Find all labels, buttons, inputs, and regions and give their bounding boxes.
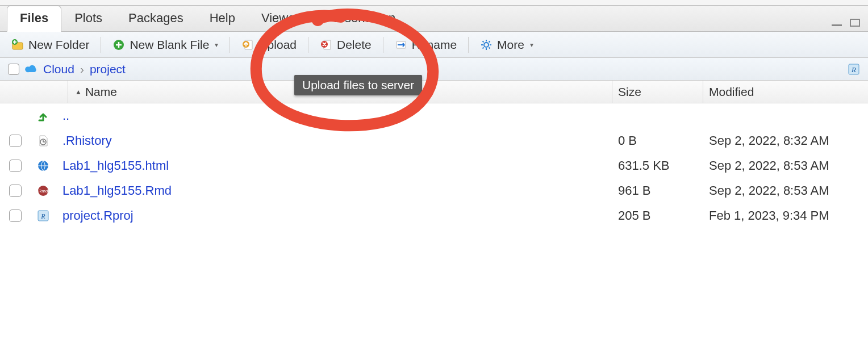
file-list: .. .Rhistory 0 B Sep 2, 2022, 8:32 AM: [0, 103, 868, 228]
file-size: 205 B: [612, 208, 703, 223]
rename-button[interactable]: Rename: [391, 37, 460, 53]
column-header-size[interactable]: Size: [612, 81, 703, 103]
delete-icon: [320, 39, 332, 51]
rename-label: Rename: [412, 38, 457, 52]
rmd-file-icon: Rmd: [37, 185, 49, 197]
file-modified: Sep 2, 2022, 8:53 AM: [703, 183, 868, 198]
file-link[interactable]: Lab1_hlg5155.html: [62, 158, 169, 173]
toolbar-separator: [229, 37, 230, 53]
new-blank-file-button[interactable]: New Blank File ▾: [109, 37, 222, 53]
svg-text:Rmd: Rmd: [39, 188, 48, 194]
pane-window-controls: [831, 18, 861, 28]
row-checkbox[interactable]: [9, 160, 22, 172]
svg-rect-1: [850, 19, 859, 26]
parent-directory-link[interactable]: ..: [62, 108, 69, 123]
dropdown-caret-icon: ▾: [215, 41, 218, 49]
file-size: 631.5 KB: [612, 158, 703, 173]
pane-tab-bar: Files Plots Packages Help Viewer Present…: [0, 6, 868, 32]
dropdown-caret-icon: ▾: [530, 41, 533, 49]
file-link[interactable]: Lab1_hlg5155.Rmd: [62, 183, 172, 198]
delete-button[interactable]: Delete: [316, 37, 375, 53]
breadcrumb-bar: Cloud › project R: [0, 58, 868, 81]
tab-plots[interactable]: Plots: [61, 6, 115, 31]
new-blank-file-label: New Blank File: [130, 38, 209, 52]
file-link[interactable]: project.Rproj: [62, 208, 133, 223]
column-header-name-label: Name: [85, 85, 117, 99]
upload-label: Upload: [258, 38, 297, 52]
file-row: R project.Rproj 205 B Feb 1, 2023, 9:34 …: [0, 203, 868, 228]
history-file-icon: [37, 135, 49, 147]
file-row: .Rhistory 0 B Sep 2, 2022, 8:32 AM: [0, 128, 868, 153]
new-folder-label: New Folder: [28, 38, 89, 52]
row-checkbox[interactable]: [9, 185, 22, 197]
toolbar-separator: [101, 37, 101, 53]
toolbar-separator: [468, 37, 469, 53]
toolbar-separator: [308, 37, 308, 53]
tab-presentation[interactable]: Presentation: [312, 6, 409, 31]
tab-packages[interactable]: Packages: [115, 6, 197, 31]
select-all-checkbox[interactable]: [8, 64, 19, 75]
minimize-pane-icon[interactable]: [831, 18, 843, 28]
file-row: Rmd Lab1_hlg5155.Rmd 961 B Sep 2, 2022, …: [0, 178, 868, 203]
svg-text:R: R: [851, 65, 856, 74]
rproj-file-icon: R: [37, 209, 49, 222]
tab-files[interactable]: Files: [7, 6, 61, 32]
gear-icon: [480, 39, 493, 51]
tab-help[interactable]: Help: [197, 6, 248, 31]
tab-viewer[interactable]: Viewer: [248, 6, 312, 31]
toolbar-separator: [383, 37, 383, 53]
breadcrumb-root[interactable]: Cloud: [43, 62, 74, 76]
svg-rect-0: [832, 24, 842, 26]
breadcrumb-separator-icon: ›: [80, 62, 84, 76]
file-modified: Sep 2, 2022, 8:53 AM: [703, 158, 868, 173]
svg-text:R: R: [40, 212, 45, 220]
rproj-icon[interactable]: R: [848, 63, 860, 76]
upload-icon: [241, 39, 254, 51]
cloud-icon: [25, 63, 37, 76]
file-size: 961 B: [612, 183, 703, 198]
upload-tooltip: Upload files to server: [294, 75, 422, 95]
file-modified: Sep 2, 2022, 8:32 AM: [703, 133, 868, 148]
more-label: More: [497, 38, 524, 52]
file-row: Lab1_hlg5155.html 631.5 KB Sep 2, 2022, …: [0, 153, 868, 178]
new-folder-button[interactable]: New Folder: [8, 37, 93, 53]
new-folder-icon: [11, 39, 24, 51]
sort-ascending-icon: ▲: [75, 88, 82, 96]
rename-icon: [395, 39, 407, 51]
more-button[interactable]: More ▾: [477, 37, 537, 53]
up-folder-icon: [37, 110, 49, 122]
svg-point-10: [484, 43, 489, 47]
pane-divider: [0, 0, 868, 6]
row-checkbox[interactable]: [9, 209, 22, 222]
file-modified: Feb 1, 2023, 9:34 PM: [703, 208, 868, 223]
delete-label: Delete: [337, 38, 372, 52]
files-toolbar: New Folder New Blank File ▾ Upload: [0, 32, 868, 58]
row-checkbox[interactable]: [9, 135, 22, 147]
upload-button[interactable]: Upload: [238, 37, 300, 53]
file-size: 0 B: [612, 133, 703, 148]
file-link[interactable]: .Rhistory: [62, 133, 112, 148]
html-file-icon: [37, 160, 49, 172]
new-file-icon: [112, 39, 125, 51]
parent-directory-row[interactable]: ..: [0, 103, 868, 128]
file-list-header: ▲ Name Size Modified: [0, 81, 868, 103]
breadcrumb-current[interactable]: project: [90, 62, 126, 76]
maximize-pane-icon[interactable]: [849, 18, 861, 28]
column-header-modified[interactable]: Modified: [703, 81, 868, 103]
